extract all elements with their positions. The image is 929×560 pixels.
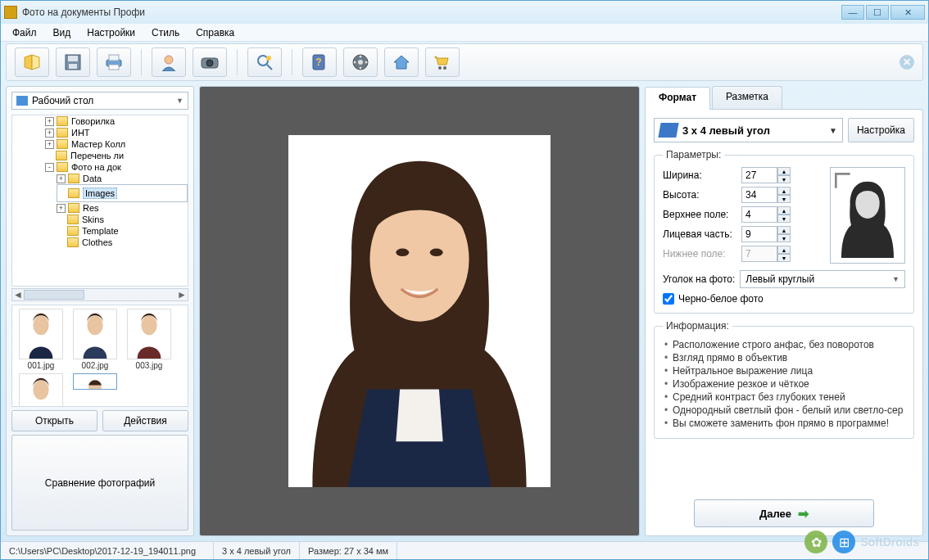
next-button[interactable]: Далее ➡ (694, 499, 874, 527)
spin-down[interactable]: ▼ (777, 195, 791, 203)
spin-up[interactable]: ▲ (777, 226, 791, 234)
close-button[interactable]: ✕ (890, 5, 925, 20)
menu-style[interactable]: Стиль (145, 25, 186, 40)
configure-button[interactable]: Настройка (848, 118, 914, 142)
corner-value: Левый круглый (745, 273, 814, 285)
folder-dropdown[interactable]: Рабочий стол ▼ (11, 92, 188, 110)
width-label: Ширина: (663, 169, 741, 181)
params-legend: Параметры: (663, 149, 724, 160)
folder-icon (57, 162, 68, 172)
window-title: Фото на документы Профи (22, 7, 841, 18)
tree-item[interactable]: Перечень ли (45, 150, 188, 161)
tree-item[interactable]: -Фото на док (45, 161, 188, 173)
bottom-input (741, 246, 777, 262)
expand-icon[interactable]: + (57, 204, 66, 213)
bw-checkbox[interactable]: Черно-белое фото (663, 293, 905, 305)
tree-item[interactable]: Template (57, 225, 188, 237)
svg-rect-5 (109, 65, 119, 70)
tool-help[interactable]: ? (302, 47, 337, 77)
tree-item[interactable]: +Говорилка (45, 115, 188, 127)
folder-tree[interactable]: +Говорилка+ИНТ+Мастер КоллПеречень ли-Фо… (11, 115, 188, 287)
info-item: Изображение резкое и чёткое (663, 377, 905, 391)
open-button[interactable]: Открыть (11, 410, 97, 431)
svg-point-6 (165, 56, 173, 64)
toolbar-close-icon[interactable]: ✕ (900, 55, 914, 70)
spin-up[interactable]: ▲ (777, 206, 791, 215)
bw-checkbox-input[interactable] (663, 293, 674, 305)
tool-user[interactable] (152, 47, 186, 77)
scroll-left-icon[interactable]: ◄ (12, 289, 24, 300)
tree-item[interactable]: +Data (57, 173, 188, 184)
spin-down[interactable]: ▼ (777, 234, 791, 242)
expand-icon[interactable]: + (57, 174, 66, 183)
corner-dropdown[interactable]: Левый круглый ▼ (740, 270, 905, 288)
expand-icon[interactable]: + (45, 140, 54, 149)
svg-point-11 (266, 56, 271, 61)
top-input[interactable] (741, 206, 777, 223)
expand-icon[interactable]: - (45, 163, 54, 172)
tree-item[interactable]: +ИНТ (45, 127, 188, 138)
actions-button[interactable]: Действия (102, 410, 188, 431)
spin-up[interactable]: ▲ (777, 167, 791, 175)
thumbnail[interactable] (70, 373, 120, 407)
thumbnail[interactable]: 003.jpg (124, 309, 174, 370)
folder-icon (68, 174, 79, 183)
tree-item[interactable]: Skins (57, 214, 188, 225)
menu-help[interactable]: Справка (189, 25, 241, 40)
status-size: Размер: 27 x 34 мм (300, 542, 397, 559)
menu-view[interactable]: Вид (47, 25, 78, 40)
bottom-label: Нижнее поле: (663, 248, 741, 260)
thumbnail[interactable]: 002.jpg (70, 309, 120, 370)
left-panel: Рабочий стол ▼ +Говорилка+ИНТ+Мастер Кол… (6, 86, 194, 536)
info-item: Однородный светлый фон - белый или светл… (663, 404, 905, 417)
spin-down[interactable]: ▼ (777, 175, 791, 183)
expand-icon[interactable]: + (45, 129, 54, 138)
menu-file[interactable]: Файл (6, 25, 43, 40)
svg-point-16 (360, 56, 362, 58)
desktop-icon (16, 96, 28, 106)
tool-zoom[interactable] (247, 47, 282, 77)
chevron-down-icon: ▼ (892, 275, 900, 283)
status-format: 3 x 4 левый угол (214, 542, 300, 559)
tree-item[interactable]: +Res (57, 202, 188, 214)
tree-item[interactable]: Clothes (57, 237, 188, 248)
menu-settings[interactable]: Настройки (80, 25, 142, 40)
tab-format[interactable]: Формат (645, 87, 710, 110)
tree-label: ИНТ (71, 128, 90, 138)
tree-label: Clothes (82, 237, 112, 247)
tree-label: Фото на док (71, 162, 121, 172)
thumbnail[interactable]: 6.jpg (16, 373, 66, 407)
tree-item[interactable]: +Мастер Колл (45, 138, 188, 150)
width-input[interactable] (741, 167, 777, 183)
tool-save[interactable] (56, 47, 90, 77)
scroll-right-icon[interactable]: ► (176, 289, 188, 300)
maximize-button[interactable]: ☐ (866, 5, 889, 20)
format-preview (830, 167, 905, 264)
tool-camera[interactable] (193, 47, 227, 77)
tab-layout[interactable]: Разметка (712, 86, 782, 109)
format-dropdown[interactable]: 3 x 4 левый угол ▼ (654, 118, 843, 142)
tool-print[interactable] (97, 47, 131, 77)
main-photo[interactable] (288, 135, 551, 487)
chevron-down-icon: ▼ (829, 126, 837, 135)
tool-home[interactable] (384, 47, 419, 77)
height-input[interactable] (741, 187, 777, 203)
thumbnail[interactable]: 001.jpg (16, 309, 66, 370)
tree-label: Перечень ли (70, 151, 124, 160)
spin-down[interactable]: ▼ (777, 215, 791, 223)
tree-label: Template (82, 226, 119, 236)
info-item: Нейтральное выражение лица (663, 364, 905, 377)
statusbar: C:\Users\PC\Desktop\2017-12-19_194011.pn… (1, 541, 928, 559)
expand-icon[interactable]: + (45, 117, 54, 126)
minimize-button[interactable]: — (841, 5, 864, 20)
compare-button[interactable]: Сравнение фотографий (11, 435, 188, 531)
face-input[interactable] (741, 226, 777, 242)
tool-cart[interactable] (425, 47, 460, 77)
tree-item[interactable]: Images (57, 184, 188, 202)
tool-open[interactable] (15, 47, 49, 77)
menubar: Файл Вид Настройки Стиль Справка (1, 24, 928, 42)
spin-up[interactable]: ▲ (777, 187, 791, 195)
scroll-thumb[interactable] (24, 290, 84, 300)
tree-scrollbar[interactable]: ◄ ► (11, 288, 188, 301)
tool-video[interactable] (343, 47, 378, 77)
